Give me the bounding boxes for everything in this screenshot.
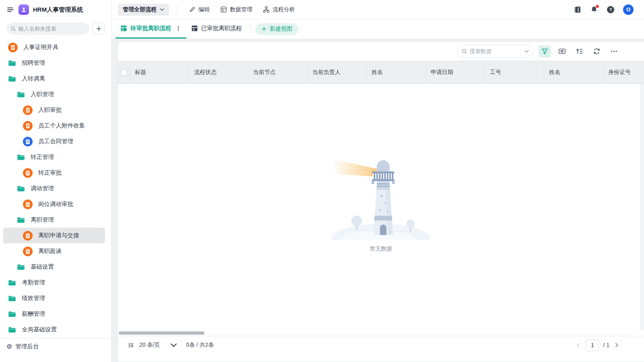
tab-approved-resignation-flows[interactable]: 已审批离职流程 bbox=[186, 19, 247, 39]
folder-icon bbox=[17, 216, 25, 224]
sidebar-item-recruitment[interactable]: 招聘管理 bbox=[3, 55, 105, 71]
sidebar-item-label: 员工个人附件收集 bbox=[38, 122, 85, 130]
table-column-header[interactable]: 身份证号 bbox=[603, 61, 644, 84]
table-column-header[interactable]: 标题 bbox=[130, 61, 189, 84]
document-icon bbox=[23, 105, 33, 115]
sidebar-item-label: 员工合同管理 bbox=[38, 138, 73, 145]
pagination-left: 20 条/页 0条 / 共2条 bbox=[128, 341, 214, 349]
sidebar-item-personnel-certificate[interactable]: 人事证明开具 bbox=[3, 39, 105, 55]
sidebar-item-label: 离职申请与交接 bbox=[38, 232, 79, 239]
table-column-header[interactable]: 姓名 bbox=[544, 61, 603, 84]
header-right-icons: ? O bbox=[574, 4, 634, 15]
new-view-button[interactable]: 新建视图 bbox=[255, 23, 298, 35]
sidebar-item-label: 入转调离 bbox=[22, 75, 45, 82]
page-number-input[interactable] bbox=[586, 339, 599, 351]
chevron-down-icon[interactable] bbox=[524, 50, 529, 53]
refresh-button[interactable] bbox=[590, 45, 603, 58]
add-app-button[interactable] bbox=[93, 23, 105, 35]
sidebar-item-label: 转正审批 bbox=[38, 169, 62, 177]
prev-page-button[interactable] bbox=[575, 342, 582, 348]
changelog-icon[interactable] bbox=[574, 6, 582, 14]
sidebar-item-regularization-approval[interactable]: 转正审批 bbox=[3, 165, 105, 181]
data-manage-button[interactable]: 数据管理 bbox=[217, 4, 256, 16]
manage-all-flows-button[interactable]: 管理全部流程 bbox=[118, 4, 169, 16]
data-manage-label: 数据管理 bbox=[230, 6, 252, 13]
clipboard-icon bbox=[23, 168, 33, 178]
menu-collapse-icon[interactable] bbox=[6, 6, 14, 14]
sidebar-item-position-transfer-approval[interactable]: 岗位调动审批 bbox=[3, 196, 105, 212]
header-actions: 管理全部流程 编辑 数据管理 流程分析 bbox=[118, 4, 298, 16]
table-column-header[interactable]: 工号 bbox=[485, 61, 544, 84]
flow-analysis-label: 流程分析 bbox=[272, 6, 295, 13]
sidebar-item-onboarding-mgmt[interactable]: 入职管理 bbox=[3, 86, 105, 102]
pencil-icon bbox=[189, 6, 196, 13]
table-column-header[interactable]: 流程状态 bbox=[189, 61, 248, 84]
filter-button[interactable] bbox=[539, 45, 551, 58]
folder-icon bbox=[17, 91, 25, 98]
table-body: 暂无数据 bbox=[118, 84, 644, 331]
tab-pending-resignation-flows[interactable]: 待审批离职流程 ⋮ bbox=[116, 19, 186, 39]
next-page-button[interactable] bbox=[613, 342, 620, 348]
admin-console-button[interactable]: ⚙ 管理后台 bbox=[0, 338, 111, 362]
flow-analysis-button[interactable]: 流程分析 bbox=[260, 4, 298, 16]
sidebar-item-onboarding-approval[interactable]: 入职审批 bbox=[3, 102, 105, 118]
sidebar-item-transfer-mgmt[interactable]: 调动管理 bbox=[3, 181, 105, 196]
sidebar-item-label: 离职面谈 bbox=[38, 247, 62, 255]
sidebar-item-label: 薪酬管理 bbox=[22, 310, 45, 318]
sidebar-item-resignation-interview[interactable]: 离职面谈 bbox=[3, 243, 105, 259]
eye-card-icon bbox=[558, 47, 566, 55]
sidebar-search-input[interactable] bbox=[18, 26, 85, 32]
table-column-header[interactable]: 姓名 bbox=[367, 61, 426, 84]
ellipsis-icon bbox=[610, 47, 618, 55]
clipboard-icon bbox=[23, 247, 33, 256]
user-avatar[interactable]: O bbox=[623, 4, 634, 15]
sidebar-item-resignation-apply-handover[interactable]: 离职申请与交接 bbox=[3, 228, 105, 243]
sidebar-item-basic-settings[interactable]: 基础设置 bbox=[3, 259, 105, 275]
funnel-icon bbox=[541, 47, 549, 55]
clipboard-icon bbox=[23, 200, 33, 209]
table-column-header[interactable]: 当前负责人 bbox=[308, 61, 367, 84]
sidebar-item-attendance-mgmt[interactable]: 考勤管理 bbox=[3, 275, 105, 290]
horizontal-scrollbar-thumb[interactable] bbox=[119, 331, 204, 335]
folder-icon bbox=[17, 185, 25, 192]
page-size-label: 20 条/页 bbox=[139, 341, 160, 349]
sidebar-item-regularization-mgmt[interactable]: 转正管理 bbox=[3, 149, 105, 165]
field-visibility-button[interactable] bbox=[556, 45, 568, 58]
more-options-button[interactable] bbox=[608, 45, 620, 58]
chevron-down-icon bbox=[170, 342, 177, 349]
sidebar-item-resignation-mgmt[interactable]: 离职管理 bbox=[3, 212, 105, 228]
sidebar-item-label: 考勤管理 bbox=[22, 279, 45, 286]
chevron-right-icon bbox=[614, 343, 619, 348]
folder-icon bbox=[8, 295, 16, 302]
page-size-select[interactable]: 20 条/页 bbox=[139, 341, 177, 349]
grid-search-input[interactable] bbox=[470, 48, 522, 54]
sidebar-item-contract-mgmt[interactable]: 员工合同管理 bbox=[3, 134, 105, 149]
clipboard-icon bbox=[23, 137, 33, 146]
folder-icon bbox=[17, 263, 25, 271]
select-all-checkbox[interactable] bbox=[121, 69, 127, 76]
table-header-row: 标题 流程状态 当前节点 当前负责人 姓名 申请日期 工号 姓名 身份证号 bbox=[118, 61, 644, 84]
sidebar-item-label: 全局基础设置 bbox=[22, 326, 57, 333]
table-column-header[interactable]: 当前节点 bbox=[248, 61, 308, 84]
admin-console-label: 管理后台 bbox=[15, 343, 39, 350]
person-badge-icon bbox=[20, 6, 28, 14]
sidebar-item-attachment-collection[interactable]: 员工个人附件收集 bbox=[3, 118, 105, 134]
grid-toolbar bbox=[118, 42, 644, 61]
edit-button[interactable]: 编辑 bbox=[186, 4, 213, 16]
notifications-bell-icon[interactable] bbox=[590, 6, 598, 14]
table-column-header[interactable]: 申请日期 bbox=[426, 61, 485, 84]
tab-more-icon[interactable]: ⋮ bbox=[175, 25, 182, 32]
sidebar-item-label: 基础设置 bbox=[31, 263, 54, 271]
sidebar-item-onboard-transfer-leave[interactable]: 入转调离 bbox=[3, 71, 105, 86]
sidebar-item-global-basic-settings[interactable]: 全局基础设置 bbox=[3, 322, 105, 337]
content-area: 标题 流程状态 当前节点 当前负责人 姓名 申请日期 工号 姓名 身份证号 bbox=[111, 39, 644, 362]
help-icon[interactable]: ? bbox=[607, 6, 615, 14]
sidebar-search[interactable] bbox=[6, 23, 89, 35]
sidebar-item-salary-mgmt[interactable]: 薪酬管理 bbox=[3, 306, 105, 322]
row-list-icon bbox=[128, 342, 134, 349]
sidebar-item-performance-mgmt[interactable]: 绩效管理 bbox=[3, 290, 105, 306]
grid-search[interactable] bbox=[457, 45, 533, 58]
sort-button[interactable] bbox=[573, 45, 585, 58]
vertical-scrollbar[interactable] bbox=[640, 84, 644, 331]
sidebar-item-label: 转正管理 bbox=[31, 153, 54, 161]
